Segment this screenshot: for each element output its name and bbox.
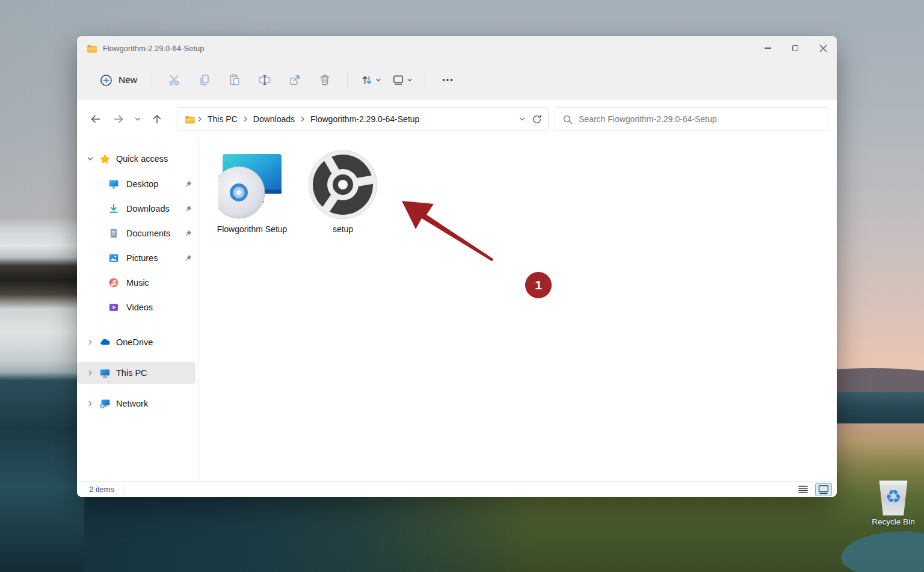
view-icon bbox=[391, 73, 405, 87]
sidebar-item-music[interactable]: Music bbox=[77, 272, 198, 294]
chevron-down-icon bbox=[375, 77, 381, 83]
breadcrumb-item-current[interactable]: Flowgorithm-2.29.0-64-Setup bbox=[307, 112, 423, 126]
close-icon bbox=[819, 45, 827, 52]
search-input[interactable] bbox=[579, 114, 821, 124]
back-button[interactable] bbox=[84, 108, 107, 130]
sidebar-item-onedrive[interactable]: OneDrive bbox=[77, 331, 196, 353]
list-view-icon bbox=[798, 485, 808, 494]
breadcrumb[interactable]: This PC Downloads Flowgorithm-2.29.0-64-… bbox=[177, 107, 549, 131]
toolbar-separator bbox=[152, 72, 152, 88]
refresh-button[interactable] bbox=[532, 114, 542, 125]
list-view-toggle[interactable] bbox=[795, 483, 812, 496]
sidebar-item-desktop[interactable]: Desktop bbox=[77, 173, 198, 195]
close-button[interactable] bbox=[809, 36, 837, 60]
desktop-icon bbox=[108, 179, 119, 189]
sidebar-item-label: Videos bbox=[126, 303, 153, 312]
sort-button[interactable] bbox=[355, 68, 386, 92]
breadcrumb-chevron-icon bbox=[197, 116, 203, 122]
paste-button[interactable] bbox=[220, 68, 250, 92]
chevron-right-icon[interactable] bbox=[87, 400, 94, 407]
recycle-bin-label: Recycle Bin bbox=[864, 517, 922, 526]
videos-icon bbox=[108, 302, 119, 313]
cut-button[interactable] bbox=[159, 68, 189, 92]
file-tile-flowgorithm-setup[interactable]: Flowgorithm Setup bbox=[215, 146, 289, 236]
new-button-label: New bbox=[119, 75, 137, 85]
sort-icon bbox=[360, 73, 374, 87]
address-dropdown-button[interactable] bbox=[519, 115, 526, 123]
sidebar-item-pictures[interactable]: Pictures bbox=[77, 247, 198, 269]
rename-button[interactable] bbox=[250, 68, 280, 92]
search-icon bbox=[562, 114, 573, 125]
breadcrumb-chevron-icon bbox=[242, 116, 248, 122]
network-globe-icon bbox=[99, 398, 111, 410]
chevron-down-icon[interactable] bbox=[87, 155, 94, 162]
quick-access-star-icon bbox=[99, 153, 111, 165]
step-badge: 1 bbox=[525, 272, 552, 298]
forward-button[interactable] bbox=[107, 108, 130, 130]
onedrive-cloud-icon bbox=[99, 337, 111, 348]
sidebar-item-this-pc[interactable]: This PC bbox=[77, 362, 196, 384]
view-button[interactable] bbox=[386, 68, 417, 92]
share-button[interactable] bbox=[280, 68, 310, 92]
large-icons-view-toggle[interactable] bbox=[815, 483, 832, 496]
delete-button[interactable] bbox=[310, 68, 340, 92]
command-bar: New bbox=[77, 60, 837, 100]
sidebar-item-documents[interactable]: Documents bbox=[77, 223, 198, 244]
recycle-bin-desktop-icon[interactable]: ♻ Recycle Bin bbox=[864, 481, 922, 526]
more-options-button[interactable] bbox=[433, 68, 463, 92]
folder-icon bbox=[185, 115, 196, 124]
pin-icon bbox=[184, 205, 192, 213]
forward-icon bbox=[112, 113, 125, 125]
minimize-icon bbox=[765, 48, 771, 48]
pin-icon bbox=[184, 254, 192, 262]
chevron-right-icon[interactable] bbox=[87, 369, 94, 377]
chevron-down-icon bbox=[134, 115, 141, 123]
sidebar-item-quick-access[interactable]: Quick access bbox=[77, 150, 198, 167]
pin-icon bbox=[184, 230, 192, 238]
new-button[interactable]: New bbox=[93, 68, 144, 92]
recycle-bin-icon: ♻ bbox=[878, 481, 909, 515]
up-icon bbox=[151, 113, 163, 125]
toolbar-separator bbox=[425, 72, 425, 88]
window-title: Flowgorithm-2.29.0-64-Setup bbox=[103, 44, 204, 53]
folder-icon bbox=[87, 44, 97, 53]
sidebar-item-network[interactable]: Network bbox=[77, 393, 196, 414]
toolbar-separator bbox=[347, 72, 348, 88]
optical-disc-icon bbox=[307, 149, 378, 220]
titlebar[interactable]: Flowgorithm-2.29.0-64-Setup bbox=[77, 36, 837, 60]
wallpaper-snowy-mountain bbox=[0, 0, 84, 572]
sidebar-item-videos[interactable]: Videos bbox=[77, 297, 198, 318]
sidebar: Quick access Desktop Downlo bbox=[77, 138, 199, 481]
quick-access-label: Quick access bbox=[116, 154, 168, 164]
delete-icon bbox=[318, 73, 332, 87]
music-icon bbox=[108, 277, 119, 288]
cut-icon bbox=[167, 73, 182, 87]
sidebar-item-label: This PC bbox=[116, 368, 147, 378]
breadcrumb-item-this-pc[interactable]: This PC bbox=[204, 112, 241, 126]
up-button[interactable] bbox=[146, 108, 168, 130]
maximize-button[interactable] bbox=[781, 36, 809, 60]
chevron-down-icon bbox=[407, 77, 413, 83]
recycle-symbol-icon: ♻ bbox=[886, 488, 902, 506]
status-bar: 2 items bbox=[77, 481, 837, 497]
downloads-icon bbox=[108, 203, 119, 214]
sidebar-item-downloads[interactable]: Downloads bbox=[77, 198, 198, 220]
file-list[interactable]: Flowgorithm Setup setup bbox=[199, 138, 837, 481]
copy-icon bbox=[197, 73, 212, 87]
breadcrumb-item-downloads[interactable]: Downloads bbox=[250, 112, 298, 126]
file-tile-setup[interactable]: setup bbox=[306, 146, 380, 236]
chevron-right-icon[interactable] bbox=[87, 339, 94, 346]
installer-monitor-disc-icon bbox=[218, 153, 286, 220]
breadcrumb-chevron-icon bbox=[300, 116, 306, 122]
file-label: setup bbox=[306, 223, 380, 236]
rename-icon bbox=[257, 73, 272, 87]
search-box[interactable] bbox=[555, 107, 828, 131]
file-label: Flowgorithm Setup bbox=[215, 223, 289, 236]
share-icon bbox=[288, 73, 302, 87]
copy-button[interactable] bbox=[189, 68, 220, 92]
sidebar-item-label: Music bbox=[126, 278, 149, 288]
recent-locations-button[interactable] bbox=[130, 108, 146, 130]
refresh-icon bbox=[532, 114, 542, 125]
minimize-button[interactable] bbox=[754, 36, 781, 60]
large-icons-view-icon bbox=[818, 485, 829, 494]
